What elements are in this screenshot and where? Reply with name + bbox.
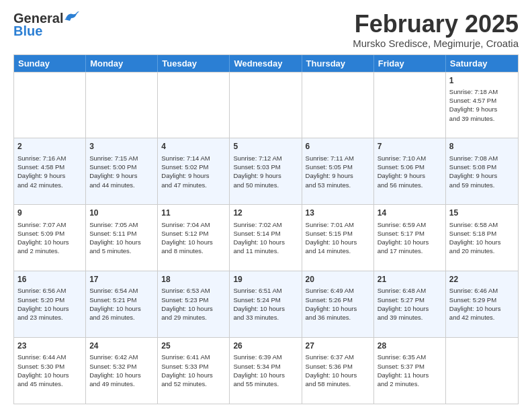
day-number: 20 xyxy=(306,274,370,285)
day-info: Sunrise: 7:12 AM Sunset: 5:03 PM Dayligh… xyxy=(233,154,298,189)
calendar-cell: 5Sunrise: 7:12 AM Sunset: 5:03 PM Daylig… xyxy=(230,138,302,204)
calendar-cell: 2Sunrise: 7:16 AM Sunset: 4:58 PM Daylig… xyxy=(14,138,86,204)
day-info: Sunrise: 7:18 AM Sunset: 4:57 PM Dayligh… xyxy=(449,87,515,123)
day-number: 25 xyxy=(161,340,226,351)
day-number: 10 xyxy=(89,208,154,218)
col-header-friday: Friday xyxy=(374,55,446,72)
logo: General Blue xyxy=(13,11,79,39)
calendar-cell: 9Sunrise: 7:07 AM Sunset: 5:09 PM Daylig… xyxy=(14,205,86,271)
day-info: Sunrise: 7:04 AM Sunset: 5:12 PM Dayligh… xyxy=(161,220,226,256)
day-number: 18 xyxy=(161,274,226,285)
day-info: Sunrise: 7:05 AM Sunset: 5:11 PM Dayligh… xyxy=(89,220,154,256)
day-info: Sunrise: 6:59 AM Sunset: 5:17 PM Dayligh… xyxy=(378,220,442,256)
col-header-sunday: Sunday xyxy=(14,55,86,72)
day-info: Sunrise: 7:07 AM Sunset: 5:09 PM Dayligh… xyxy=(17,220,82,256)
calendar-cell: 26Sunrise: 6:39 AM Sunset: 5:34 PM Dayli… xyxy=(230,338,302,404)
calendar-cell: 4Sunrise: 7:14 AM Sunset: 5:02 PM Daylig… xyxy=(158,138,230,204)
day-info: Sunrise: 6:35 AM Sunset: 5:37 PM Dayligh… xyxy=(378,353,442,388)
title-area: February 2025 Mursko Sredisce, Megimurje… xyxy=(353,11,519,49)
logo-bird-icon xyxy=(64,11,79,24)
calendar-cell xyxy=(374,73,446,138)
calendar-cell: 15Sunrise: 6:58 AM Sunset: 5:18 PM Dayli… xyxy=(446,205,518,271)
calendar-cell: 20Sunrise: 6:49 AM Sunset: 5:26 PM Dayli… xyxy=(302,271,374,337)
calendar-cell: 3Sunrise: 7:15 AM Sunset: 5:00 PM Daylig… xyxy=(86,138,158,204)
day-number: 12 xyxy=(233,208,298,218)
day-number: 6 xyxy=(306,141,370,152)
day-number: 16 xyxy=(17,274,82,285)
calendar-cell: 7Sunrise: 7:10 AM Sunset: 5:06 PM Daylig… xyxy=(374,138,446,204)
day-number: 24 xyxy=(89,340,154,351)
day-number: 11 xyxy=(161,208,226,218)
day-info: Sunrise: 7:01 AM Sunset: 5:15 PM Dayligh… xyxy=(306,220,370,256)
day-info: Sunrise: 6:53 AM Sunset: 5:23 PM Dayligh… xyxy=(161,286,226,322)
calendar-row-1: 1Sunrise: 7:18 AM Sunset: 4:57 PM Daylig… xyxy=(14,72,518,138)
calendar-cell: 8Sunrise: 7:08 AM Sunset: 5:08 PM Daylig… xyxy=(446,138,518,204)
day-number: 4 xyxy=(161,141,226,152)
day-info: Sunrise: 6:42 AM Sunset: 5:32 PM Dayligh… xyxy=(89,353,154,388)
calendar-row-5: 23Sunrise: 6:44 AM Sunset: 5:30 PM Dayli… xyxy=(14,337,518,404)
page: General Blue February 2025 Mursko Sredis… xyxy=(0,0,532,411)
day-info: Sunrise: 7:16 AM Sunset: 4:58 PM Dayligh… xyxy=(17,154,82,189)
day-number: 2 xyxy=(17,141,82,152)
header: General Blue February 2025 Mursko Sredis… xyxy=(13,11,519,49)
calendar-header: SundayMondayTuesdayWednesdayThursdayFrid… xyxy=(14,55,518,72)
day-info: Sunrise: 6:58 AM Sunset: 5:18 PM Dayligh… xyxy=(449,220,515,256)
calendar-body: 1Sunrise: 7:18 AM Sunset: 4:57 PM Daylig… xyxy=(14,72,518,404)
day-info: Sunrise: 6:37 AM Sunset: 5:36 PM Dayligh… xyxy=(306,353,370,388)
calendar-cell: 21Sunrise: 6:48 AM Sunset: 5:27 PM Dayli… xyxy=(374,271,446,337)
day-number: 7 xyxy=(378,141,442,152)
day-number: 22 xyxy=(449,274,515,285)
day-number: 21 xyxy=(378,274,442,285)
day-info: Sunrise: 6:44 AM Sunset: 5:30 PM Dayligh… xyxy=(17,353,82,388)
day-info: Sunrise: 7:14 AM Sunset: 5:02 PM Dayligh… xyxy=(161,154,226,189)
calendar-cell: 11Sunrise: 7:04 AM Sunset: 5:12 PM Dayli… xyxy=(158,205,230,271)
day-info: Sunrise: 7:08 AM Sunset: 5:08 PM Dayligh… xyxy=(449,154,515,189)
calendar-cell xyxy=(158,73,230,138)
calendar-cell: 1Sunrise: 7:18 AM Sunset: 4:57 PM Daylig… xyxy=(446,73,518,138)
day-info: Sunrise: 6:39 AM Sunset: 5:34 PM Dayligh… xyxy=(233,353,298,388)
day-info: Sunrise: 6:46 AM Sunset: 5:29 PM Dayligh… xyxy=(449,286,515,322)
calendar-cell xyxy=(14,73,86,138)
calendar-cell: 28Sunrise: 6:35 AM Sunset: 5:37 PM Dayli… xyxy=(374,338,446,404)
day-number: 13 xyxy=(306,208,370,218)
calendar-row-4: 16Sunrise: 6:56 AM Sunset: 5:20 PM Dayli… xyxy=(14,271,518,337)
calendar-cell: 14Sunrise: 6:59 AM Sunset: 5:17 PM Dayli… xyxy=(374,205,446,271)
calendar-cell: 12Sunrise: 7:02 AM Sunset: 5:14 PM Dayli… xyxy=(230,205,302,271)
calendar-cell xyxy=(302,73,374,138)
calendar-cell: 10Sunrise: 7:05 AM Sunset: 5:11 PM Dayli… xyxy=(86,205,158,271)
day-number: 14 xyxy=(378,208,442,218)
calendar-title: February 2025 xyxy=(353,11,519,38)
day-info: Sunrise: 7:15 AM Sunset: 5:00 PM Dayligh… xyxy=(89,154,154,189)
col-header-thursday: Thursday xyxy=(302,55,374,72)
day-info: Sunrise: 7:11 AM Sunset: 5:05 PM Dayligh… xyxy=(306,154,370,189)
calendar-cell xyxy=(446,338,518,404)
calendar-cell: 13Sunrise: 7:01 AM Sunset: 5:15 PM Dayli… xyxy=(302,205,374,271)
day-number: 3 xyxy=(89,141,154,152)
day-number: 1 xyxy=(449,75,515,86)
col-header-saturday: Saturday xyxy=(446,55,518,72)
calendar-cell: 24Sunrise: 6:42 AM Sunset: 5:32 PM Dayli… xyxy=(86,338,158,404)
calendar-cell: 19Sunrise: 6:51 AM Sunset: 5:24 PM Dayli… xyxy=(230,271,302,337)
day-number: 26 xyxy=(233,340,298,351)
day-number: 8 xyxy=(449,141,515,152)
calendar-cell: 17Sunrise: 6:54 AM Sunset: 5:21 PM Dayli… xyxy=(86,271,158,337)
calendar-cell: 23Sunrise: 6:44 AM Sunset: 5:30 PM Dayli… xyxy=(14,338,86,404)
calendar-row-3: 9Sunrise: 7:07 AM Sunset: 5:09 PM Daylig… xyxy=(14,204,518,271)
calendar-cell xyxy=(230,73,302,138)
calendar-cell xyxy=(86,73,158,138)
day-number: 17 xyxy=(89,274,154,285)
calendar-row-2: 2Sunrise: 7:16 AM Sunset: 4:58 PM Daylig… xyxy=(14,138,518,204)
calendar-cell: 6Sunrise: 7:11 AM Sunset: 5:05 PM Daylig… xyxy=(302,138,374,204)
calendar-cell: 25Sunrise: 6:41 AM Sunset: 5:33 PM Dayli… xyxy=(158,338,230,404)
col-header-tuesday: Tuesday xyxy=(158,55,230,72)
calendar-cell: 27Sunrise: 6:37 AM Sunset: 5:36 PM Dayli… xyxy=(302,338,374,404)
day-info: Sunrise: 6:56 AM Sunset: 5:20 PM Dayligh… xyxy=(17,286,82,322)
day-info: Sunrise: 7:02 AM Sunset: 5:14 PM Dayligh… xyxy=(233,220,298,256)
col-header-wednesday: Wednesday xyxy=(230,55,302,72)
col-header-monday: Monday xyxy=(86,55,158,72)
day-number: 19 xyxy=(233,274,298,285)
day-info: Sunrise: 6:48 AM Sunset: 5:27 PM Dayligh… xyxy=(378,286,442,322)
day-info: Sunrise: 7:10 AM Sunset: 5:06 PM Dayligh… xyxy=(378,154,442,189)
calendar-cell: 16Sunrise: 6:56 AM Sunset: 5:20 PM Dayli… xyxy=(14,271,86,337)
day-number: 28 xyxy=(378,340,442,351)
